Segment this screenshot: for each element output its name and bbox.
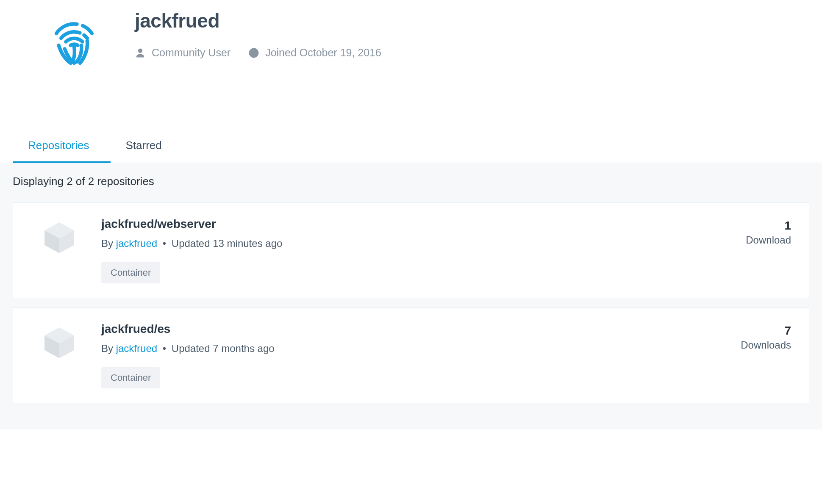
tab-starred[interactable]: Starred (111, 130, 183, 163)
result-count: Displaying 2 of 2 repositories (13, 175, 809, 188)
joined-date: Joined October 19, 2016 (248, 47, 381, 59)
repo-body: jackfrued/webserver By jackfrued • Updat… (101, 217, 282, 283)
repo-name[interactable]: jackfrued/webserver (101, 217, 282, 231)
content: Displaying 2 of 2 repositories jackfrued… (0, 163, 822, 429)
profile-header: jackfrued Community User Joined October … (0, 0, 822, 71)
tag-row: Container (101, 367, 275, 388)
author-link[interactable]: jackfrued (116, 238, 157, 249)
joined-label: Joined October 19, 2016 (265, 47, 381, 59)
tabs: Repositories Starred (0, 130, 822, 163)
profile-info: jackfrued Community User Joined October … (135, 8, 381, 59)
profile-username: jackfrued (135, 9, 381, 32)
separator-dot: • (160, 238, 169, 249)
repo-body: jackfrued/es By jackfrued • Updated 7 mo… (101, 322, 275, 388)
tag-row: Container (101, 262, 282, 283)
repo-left: jackfrued/es By jackfrued • Updated 7 mo… (41, 322, 275, 388)
type-tag: Container (101, 262, 160, 283)
repo-left: jackfrued/webserver By jackfrued • Updat… (41, 217, 282, 283)
repo-name[interactable]: jackfrued/es (101, 322, 275, 336)
clock-icon (248, 47, 259, 58)
tab-repositories[interactable]: Repositories (13, 130, 111, 163)
author-link[interactable]: jackfrued (116, 343, 157, 354)
profile-meta-row: Community User Joined October 19, 2016 (135, 47, 381, 59)
repo-stats: 1 Download (746, 217, 791, 246)
separator-dot: • (160, 343, 169, 354)
user-type-label: Community User (152, 47, 230, 59)
fingerprint-icon (44, 10, 104, 69)
updated-text: Updated 13 minutes ago (172, 238, 283, 249)
user-icon (135, 47, 146, 58)
user-type: Community User (135, 47, 230, 59)
download-count: 1 (746, 219, 791, 233)
repo-card[interactable]: jackfrued/webserver By jackfrued • Updat… (13, 202, 809, 298)
by-prefix: By (101, 343, 116, 354)
avatar (42, 8, 106, 71)
repo-meta: By jackfrued • Updated 13 minutes ago (101, 238, 282, 249)
cube-icon (41, 219, 78, 255)
download-count: 7 (741, 324, 791, 338)
download-label: Downloads (741, 339, 791, 351)
repo-meta: By jackfrued • Updated 7 months ago (101, 343, 275, 354)
cube-icon (41, 324, 78, 360)
download-label: Download (746, 234, 791, 246)
type-tag: Container (101, 367, 160, 388)
repo-card[interactable]: jackfrued/es By jackfrued • Updated 7 mo… (13, 307, 809, 403)
repo-stats: 7 Downloads (741, 322, 791, 351)
by-prefix: By (101, 238, 116, 249)
updated-text: Updated 7 months ago (172, 343, 275, 354)
